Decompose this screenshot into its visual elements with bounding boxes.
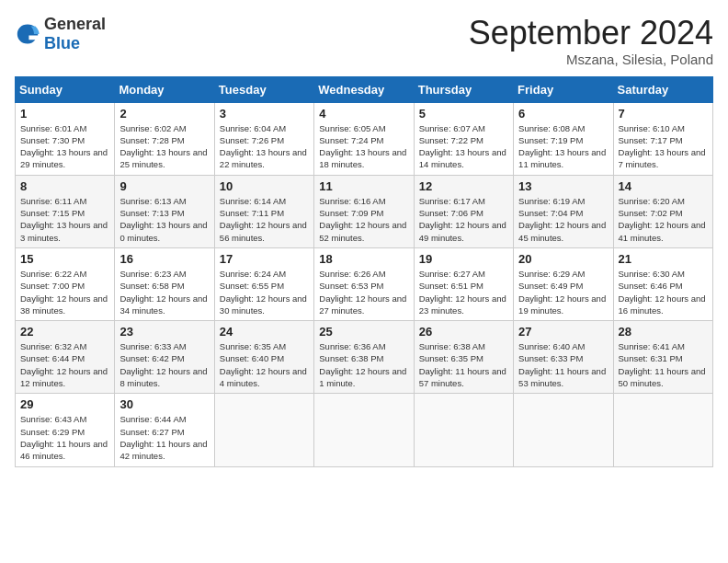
table-row: 17 Sunrise: 6:24 AMSunset: 6:55 PMDaylig… — [214, 247, 313, 320]
table-row: 2 Sunrise: 6:02 AMSunset: 7:28 PMDayligh… — [115, 102, 214, 175]
col-thursday: Thursday — [414, 76, 513, 102]
day-number: 10 — [220, 179, 309, 193]
day-info: Sunrise: 6:23 AMSunset: 6:58 PMDaylight:… — [119, 269, 207, 316]
day-number: 4 — [319, 107, 408, 121]
table-row: 23 Sunrise: 6:33 AMSunset: 6:42 PMDaylig… — [115, 321, 214, 394]
table-row: 18 Sunrise: 6:26 AMSunset: 6:53 PMDaylig… — [314, 247, 414, 320]
table-row: 29 Sunrise: 6:43 AMSunset: 6:29 PMDaylig… — [16, 394, 115, 466]
table-row: 20 Sunrise: 6:29 AMSunset: 6:49 PMDaylig… — [514, 247, 613, 320]
table-row: 14 Sunrise: 6:20 AMSunset: 7:02 PMDaylig… — [613, 175, 712, 247]
month-title: September 2024 — [469, 15, 713, 52]
day-number: 1 — [20, 107, 109, 121]
table-row: 24 Sunrise: 6:35 AMSunset: 6:40 PMDaylig… — [214, 321, 313, 394]
day-number: 20 — [518, 252, 608, 266]
day-number: 23 — [119, 325, 209, 339]
day-number: 22 — [20, 325, 109, 339]
calendar-week-row: 8 Sunrise: 6:11 AMSunset: 7:15 PMDayligh… — [16, 175, 713, 247]
table-row: 12 Sunrise: 6:17 AMSunset: 7:06 PMDaylig… — [414, 175, 513, 247]
table-row: 25 Sunrise: 6:36 AMSunset: 6:38 PMDaylig… — [314, 321, 414, 394]
page-container: General Blue September 2024 Mszana, Sile… — [0, 0, 728, 475]
day-info: Sunrise: 6:14 AMSunset: 7:11 PMDaylight:… — [220, 196, 307, 243]
day-info: Sunrise: 6:36 AMSunset: 6:38 PMDaylight:… — [319, 341, 406, 388]
table-row: 15 Sunrise: 6:22 AMSunset: 7:00 PMDaylig… — [16, 247, 115, 320]
day-number: 6 — [518, 107, 608, 121]
day-number: 25 — [319, 325, 408, 339]
day-number: 29 — [20, 397, 109, 411]
day-number: 3 — [220, 107, 309, 121]
col-sunday: Sunday — [16, 76, 115, 102]
day-info: Sunrise: 6:27 AMSunset: 6:51 PMDaylight:… — [419, 269, 506, 316]
day-info: Sunrise: 6:13 AMSunset: 7:13 PMDaylight:… — [119, 196, 207, 243]
table-row: 21 Sunrise: 6:30 AMSunset: 6:46 PMDaylig… — [613, 247, 712, 320]
table-row — [414, 394, 513, 466]
day-number: 24 — [220, 325, 309, 339]
col-monday: Monday — [115, 76, 214, 102]
table-row: 8 Sunrise: 6:11 AMSunset: 7:15 PMDayligh… — [16, 175, 115, 247]
day-number: 14 — [619, 179, 708, 193]
table-row: 26 Sunrise: 6:38 AMSunset: 6:35 PMDaylig… — [414, 321, 513, 394]
col-saturday: Saturday — [613, 76, 712, 102]
day-info: Sunrise: 6:01 AMSunset: 7:30 PMDaylight:… — [20, 123, 108, 170]
day-info: Sunrise: 6:08 AMSunset: 7:19 PMDaylight:… — [518, 123, 606, 170]
col-friday: Friday — [514, 76, 613, 102]
day-number: 13 — [518, 179, 608, 193]
table-row: 3 Sunrise: 6:04 AMSunset: 7:26 PMDayligh… — [214, 102, 313, 175]
table-row: 1 Sunrise: 6:01 AMSunset: 7:30 PMDayligh… — [16, 102, 115, 175]
day-info: Sunrise: 6:35 AMSunset: 6:40 PMDaylight:… — [220, 341, 307, 388]
day-info: Sunrise: 6:20 AMSunset: 7:02 PMDaylight:… — [619, 196, 706, 243]
day-info: Sunrise: 6:30 AMSunset: 6:46 PMDaylight:… — [619, 269, 706, 316]
logo-blue: Blue — [44, 34, 80, 52]
logo: General Blue — [15, 15, 106, 53]
day-number: 19 — [419, 252, 508, 266]
day-number: 16 — [119, 252, 209, 266]
day-number: 28 — [619, 325, 708, 339]
table-row: 7 Sunrise: 6:10 AMSunset: 7:17 PMDayligh… — [613, 102, 712, 175]
table-row — [214, 394, 313, 466]
day-number: 26 — [419, 325, 508, 339]
day-info: Sunrise: 6:44 AMSunset: 6:27 PMDaylight:… — [119, 414, 207, 461]
day-info: Sunrise: 6:33 AMSunset: 6:42 PMDaylight:… — [119, 341, 207, 388]
logo-icon — [15, 21, 40, 47]
table-row: 27 Sunrise: 6:40 AMSunset: 6:33 PMDaylig… — [514, 321, 613, 394]
calendar-week-row: 15 Sunrise: 6:22 AMSunset: 7:00 PMDaylig… — [16, 247, 713, 320]
day-info: Sunrise: 6:40 AMSunset: 6:33 PMDaylight:… — [518, 341, 606, 388]
day-info: Sunrise: 6:04 AMSunset: 7:26 PMDaylight:… — [220, 123, 307, 170]
day-number: 15 — [20, 252, 109, 266]
day-info: Sunrise: 6:22 AMSunset: 7:00 PMDaylight:… — [20, 269, 108, 316]
day-info: Sunrise: 6:05 AMSunset: 7:24 PMDaylight:… — [319, 123, 406, 170]
day-number: 30 — [119, 397, 209, 411]
day-info: Sunrise: 6:19 AMSunset: 7:04 PMDaylight:… — [518, 196, 606, 243]
table-row: 4 Sunrise: 6:05 AMSunset: 7:24 PMDayligh… — [314, 102, 414, 175]
day-number: 8 — [20, 179, 109, 193]
logo-text: General Blue — [44, 15, 106, 53]
table-row: 13 Sunrise: 6:19 AMSunset: 7:04 PMDaylig… — [514, 175, 613, 247]
table-row: 22 Sunrise: 6:32 AMSunset: 6:44 PMDaylig… — [16, 321, 115, 394]
table-row — [514, 394, 613, 466]
table-row: 11 Sunrise: 6:16 AMSunset: 7:09 PMDaylig… — [314, 175, 414, 247]
day-number: 2 — [119, 107, 209, 121]
day-info: Sunrise: 6:41 AMSunset: 6:31 PMDaylight:… — [619, 341, 706, 388]
table-row — [613, 394, 712, 466]
day-info: Sunrise: 6:02 AMSunset: 7:28 PMDaylight:… — [119, 123, 207, 170]
table-row: 6 Sunrise: 6:08 AMSunset: 7:19 PMDayligh… — [514, 102, 613, 175]
day-number: 18 — [319, 252, 408, 266]
calendar-week-row: 22 Sunrise: 6:32 AMSunset: 6:44 PMDaylig… — [16, 321, 713, 394]
location-subtitle: Mszana, Silesia, Poland — [469, 52, 713, 67]
title-block: September 2024 Mszana, Silesia, Poland — [469, 15, 713, 67]
day-info: Sunrise: 6:17 AMSunset: 7:06 PMDaylight:… — [419, 196, 506, 243]
day-number: 17 — [220, 252, 309, 266]
day-info: Sunrise: 6:43 AMSunset: 6:29 PMDaylight:… — [20, 414, 108, 461]
logo-general: General — [44, 15, 106, 33]
table-row — [314, 394, 414, 466]
day-info: Sunrise: 6:11 AMSunset: 7:15 PMDaylight:… — [20, 196, 108, 243]
day-info: Sunrise: 6:38 AMSunset: 6:35 PMDaylight:… — [419, 341, 506, 388]
calendar-table: Sunday Monday Tuesday Wednesday Thursday… — [15, 76, 713, 467]
col-wednesday: Wednesday — [314, 76, 414, 102]
day-number: 21 — [619, 252, 708, 266]
calendar-header-row: Sunday Monday Tuesday Wednesday Thursday… — [16, 76, 713, 102]
calendar-week-row: 29 Sunrise: 6:43 AMSunset: 6:29 PMDaylig… — [16, 394, 713, 466]
day-info: Sunrise: 6:24 AMSunset: 6:55 PMDaylight:… — [220, 269, 307, 316]
table-row: 5 Sunrise: 6:07 AMSunset: 7:22 PMDayligh… — [414, 102, 513, 175]
day-info: Sunrise: 6:32 AMSunset: 6:44 PMDaylight:… — [20, 341, 108, 388]
table-row: 10 Sunrise: 6:14 AMSunset: 7:11 PMDaylig… — [214, 175, 313, 247]
